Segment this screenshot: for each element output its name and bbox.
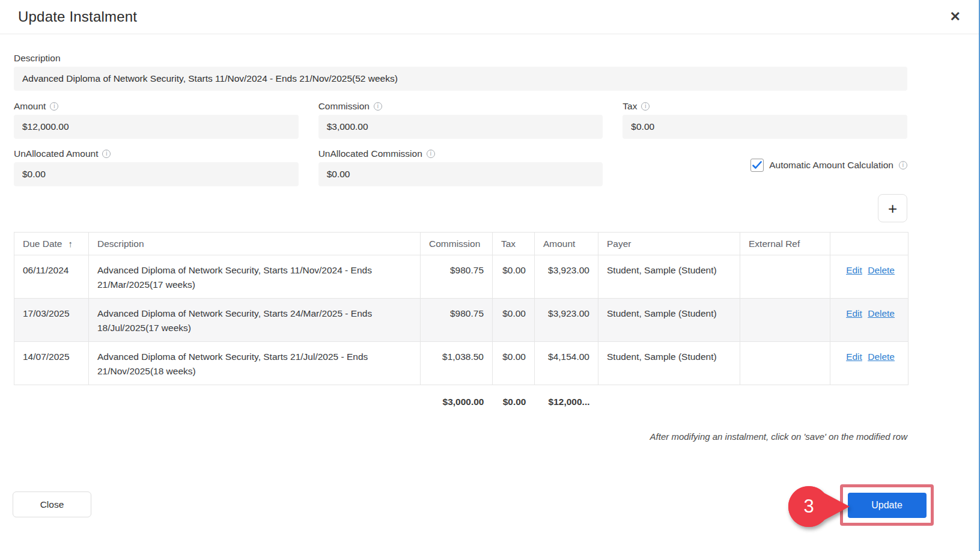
column-header-due-date[interactable]: Due Date↑ (14, 233, 89, 255)
amount-cell: $4,154.00 (535, 342, 598, 385)
external-ref-cell (740, 299, 830, 342)
annotation-highlight-box: Update (840, 484, 934, 526)
payer-cell: Student, Sample (Student) (598, 299, 740, 342)
info-icon (102, 150, 111, 158)
tax-cell: $0.00 (493, 342, 535, 385)
actions-cell: Edit Delete (830, 299, 908, 342)
tax-cell: $0.00 (493, 299, 535, 342)
column-header-external-ref[interactable]: External Ref (740, 233, 830, 255)
amount-input[interactable]: $12,000.00 (14, 115, 299, 139)
commission-cell: $980.75 (421, 299, 493, 342)
commission-cell: $980.75 (421, 255, 493, 299)
column-header-amount[interactable]: Amount (535, 233, 598, 255)
total-amount: $12,000... (535, 385, 598, 421)
automatic-amount-calculation-label: Automatic Amount Calculation (769, 160, 893, 171)
dialog-header: Update Instalment ✕ (0, 0, 980, 34)
total-commission: $3,000.00 (421, 385, 493, 421)
unallocated-commission-field-group: UnAllocated Commission $0.00 (318, 148, 603, 186)
save-hint-note: After modifying an instalment, click on … (14, 431, 907, 442)
commission-field-group: Commission $3,000.00 (318, 101, 603, 139)
amount-field-group: Amount $12,000.00 (14, 101, 299, 139)
external-ref-cell (740, 342, 830, 385)
amount-cell: $3,923.00 (535, 299, 598, 342)
info-icon (50, 102, 58, 111)
unallocated-amount-input[interactable]: $0.00 (14, 162, 299, 186)
unallocated-commission-label: UnAllocated Commission (318, 148, 422, 159)
table-header-row: Due Date↑ Description Commission Tax Amo… (14, 233, 908, 255)
delete-link[interactable]: Delete (868, 265, 895, 275)
totals-row: $3,000.00 $0.00 $12,000... (14, 385, 908, 421)
amount-cell: $3,923.00 (535, 255, 598, 299)
tax-cell: $0.00 (493, 255, 535, 299)
actions-cell: Edit Delete (830, 342, 908, 385)
due-date-cell: 14/07/2025 (14, 342, 89, 385)
actions-cell: Edit Delete (830, 255, 908, 299)
commission-input[interactable]: $3,000.00 (318, 115, 603, 139)
description-cell: Advanced Diploma of Network Security, St… (89, 342, 421, 385)
description-cell: Advanced Diploma of Network Security, St… (89, 255, 421, 299)
close-button[interactable]: Close (13, 492, 91, 517)
info-icon (374, 102, 382, 111)
column-header-payer[interactable]: Payer (598, 233, 740, 255)
due-date-cell: 17/03/2025 (14, 299, 89, 342)
payer-cell: Student, Sample (Student) (598, 342, 740, 385)
dialog-title: Update Instalment (18, 8, 949, 25)
delete-link[interactable]: Delete (868, 308, 895, 318)
column-header-actions (830, 233, 908, 255)
description-cell: Advanced Diploma of Network Security, St… (89, 299, 421, 342)
commission-label: Commission (318, 101, 370, 112)
dialog-body: Description Advanced Diploma of Network … (14, 53, 907, 442)
automatic-amount-calculation-group: Automatic Amount Calculation (622, 148, 907, 186)
info-icon (641, 102, 650, 111)
update-instalment-dialog: Update Instalment ✕ Description Advanced… (0, 0, 980, 551)
close-icon[interactable]: ✕ (949, 9, 962, 25)
due-date-cell: 06/11/2024 (14, 255, 89, 299)
payer-cell: Student, Sample (Student) (598, 255, 740, 299)
info-icon (427, 150, 435, 158)
automatic-amount-calculation-checkbox[interactable] (750, 159, 764, 172)
unallocated-commission-input[interactable]: $0.00 (318, 162, 603, 186)
amount-label: Amount (14, 101, 46, 112)
update-button[interactable]: Update (848, 493, 927, 518)
total-tax: $0.00 (493, 385, 535, 421)
description-input[interactable]: Advanced Diploma of Network Security, St… (14, 67, 907, 91)
sort-ascending-icon[interactable]: ↑ (68, 239, 73, 249)
tax-label: Tax (622, 101, 637, 112)
table-row: 14/07/2025 Advanced Diploma of Network S… (14, 342, 908, 385)
column-header-tax[interactable]: Tax (493, 233, 535, 255)
edit-link[interactable]: Edit (846, 265, 862, 275)
checkmark-icon (752, 161, 762, 169)
description-field-group: Description Advanced Diploma of Network … (14, 53, 907, 91)
tax-field-group: Tax $0.00 (622, 101, 907, 139)
annotation-step-number: 3 (788, 486, 830, 528)
delete-link[interactable]: Delete (868, 352, 895, 362)
commission-cell: $1,038.50 (421, 342, 493, 385)
column-header-description[interactable]: Description (89, 233, 421, 255)
add-instalment-button[interactable]: + (878, 194, 907, 222)
description-label: Description (14, 53, 61, 64)
unallocated-amount-label: UnAllocated Amount (14, 148, 98, 159)
column-header-commission[interactable]: Commission (421, 233, 493, 255)
unallocated-amount-field-group: UnAllocated Amount $0.00 (14, 148, 299, 186)
instalments-table: Due Date↑ Description Commission Tax Amo… (14, 232, 908, 421)
table-row: 17/03/2025 Advanced Diploma of Network S… (14, 299, 908, 342)
amounts-field-grid: Amount $12,000.00 Commission $3,000.00 T… (14, 101, 907, 186)
info-icon (899, 161, 907, 169)
add-row: + (14, 194, 907, 222)
edit-link[interactable]: Edit (846, 352, 862, 362)
tax-input[interactable]: $0.00 (622, 115, 907, 139)
table-row: 06/11/2024 Advanced Diploma of Network S… (14, 255, 908, 299)
external-ref-cell (740, 255, 830, 299)
edit-link[interactable]: Edit (846, 308, 862, 318)
